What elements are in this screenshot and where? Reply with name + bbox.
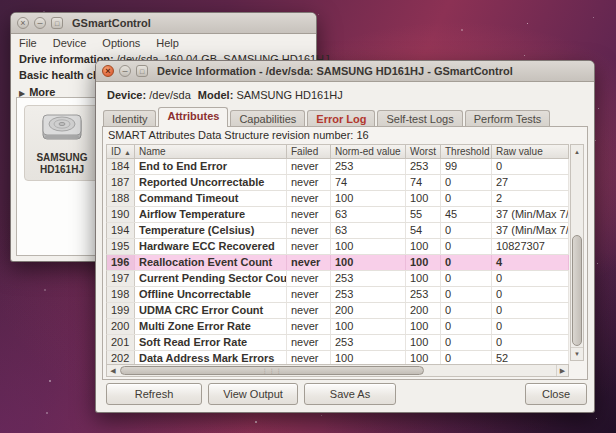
menu-item[interactable]: Device bbox=[53, 37, 87, 49]
refresh-button[interactable]: Refresh bbox=[106, 383, 202, 405]
star-dot bbox=[321, 415, 322, 416]
horizontal-scrollbar[interactable]: ◀ ⋮⋮⋮ ▶ bbox=[106, 364, 569, 377]
maximize-icon[interactable]: □ bbox=[136, 65, 148, 77]
table-row[interactable]: 195 Hardware ECC Recovered never 100 100… bbox=[106, 239, 569, 255]
dialog-titlebar[interactable]: × – □ Device Information - /dev/sda: SAM… bbox=[96, 61, 594, 82]
cell-id: 196 bbox=[107, 255, 135, 270]
view-output-button[interactable]: View Output bbox=[208, 383, 298, 405]
tab[interactable]: Error Log bbox=[307, 110, 375, 127]
scroll-right-icon[interactable]: ▶ bbox=[556, 365, 568, 376]
cell-failed: never bbox=[287, 175, 331, 190]
dialog-title: Device Information - /dev/sda: SAMSUNG H… bbox=[157, 65, 513, 77]
star-dot bbox=[593, 17, 594, 18]
maximize-icon[interactable]: □ bbox=[51, 17, 63, 29]
cell-name: Reallocation Event Count bbox=[135, 255, 287, 270]
cell-normed-value: 74 bbox=[331, 175, 406, 190]
cell-threshold: 0 bbox=[441, 255, 492, 270]
cell-failed: never bbox=[287, 319, 331, 334]
table-row[interactable]: 190 Airflow Temperature never 63 55 45 3… bbox=[106, 207, 569, 223]
model-label: Model: bbox=[198, 89, 233, 101]
table-row[interactable]: 196 Reallocation Event Count never 100 1… bbox=[106, 255, 569, 271]
cell-threshold: 0 bbox=[441, 319, 492, 334]
column-header-id[interactable]: ID▲ bbox=[107, 145, 135, 158]
horizontal-scrollbar-thumb[interactable]: ⋮⋮⋮ bbox=[120, 366, 424, 375]
basic-health-label: Basic health che bbox=[19, 69, 106, 81]
table-row[interactable]: 199 UDMA CRC Error Count never 200 200 0… bbox=[106, 303, 569, 319]
cell-raw-value: 0 bbox=[492, 303, 569, 318]
cell-name: End to End Error bbox=[135, 159, 287, 174]
tab[interactable]: Perform Tests bbox=[465, 110, 551, 127]
cell-id: 199 bbox=[107, 303, 135, 318]
cell-threshold: 0 bbox=[441, 287, 492, 302]
column-header-failed[interactable]: Failed bbox=[287, 145, 331, 158]
cell-worst: 253 bbox=[406, 159, 441, 174]
main-menubar: FileDeviceOptionsHelp bbox=[11, 34, 316, 51]
save-as-button[interactable]: Save As bbox=[304, 383, 396, 405]
column-header-worst[interactable]: Worst bbox=[406, 145, 441, 158]
vertical-scrollbar-thumb[interactable] bbox=[572, 235, 582, 346]
cell-normed-value: 100 bbox=[331, 255, 406, 270]
star-dot bbox=[44, 289, 46, 291]
table-row[interactable]: 188 Command Timeout never 100 100 0 2 bbox=[106, 191, 569, 207]
column-header-threshold[interactable]: Threshold bbox=[441, 145, 492, 158]
table-row[interactable]: 201 Soft Read Error Rate never 253 100 0… bbox=[106, 335, 569, 351]
cell-id: 198 bbox=[107, 287, 135, 302]
table-header-row: ID▲ Name Failed Norm-ed value Worst Thre… bbox=[106, 144, 569, 159]
column-header-normed-value[interactable]: Norm-ed value bbox=[331, 145, 406, 158]
table-row[interactable]: 184 End to End Error never 253 253 99 0 bbox=[106, 159, 569, 175]
cell-name: UDMA CRC Error Count bbox=[135, 303, 287, 318]
minimize-icon[interactable]: – bbox=[34, 17, 46, 29]
star-dot bbox=[318, 14, 319, 15]
cell-name: Offline Uncorrectable bbox=[135, 287, 287, 302]
main-window-titlebar[interactable]: × – □ GSmartControl bbox=[11, 13, 316, 34]
table-row[interactable]: 198 Offline Uncorrectable never 253 253 … bbox=[106, 287, 569, 303]
star-dot bbox=[46, 412, 48, 414]
scroll-down-icon[interactable]: ▼ bbox=[571, 347, 583, 360]
cell-name: Hardware ECC Recovered bbox=[135, 239, 287, 254]
cell-normed-value: 253 bbox=[331, 287, 406, 302]
cell-worst: 55 bbox=[406, 207, 441, 222]
smart-attributes-table: ID▲ Name Failed Norm-ed value Worst Thre… bbox=[106, 144, 584, 377]
cell-raw-value: 0 bbox=[492, 319, 569, 334]
cell-id: 195 bbox=[107, 239, 135, 254]
column-header-raw-value[interactable]: Raw value bbox=[492, 145, 569, 158]
cell-normed-value: 100 bbox=[331, 239, 406, 254]
cell-worst: 200 bbox=[406, 303, 441, 318]
tab[interactable]: Capabilities bbox=[230, 110, 305, 127]
menu-item[interactable]: File bbox=[19, 37, 37, 49]
table-row[interactable]: 200 Multi Zone Error Rate never 100 100 … bbox=[106, 319, 569, 335]
cell-raw-value: 0 bbox=[492, 271, 569, 286]
cell-id: 200 bbox=[107, 319, 135, 334]
cell-raw-value: 10827307 bbox=[492, 239, 569, 254]
minimize-icon[interactable]: – bbox=[119, 65, 131, 77]
cell-worst: 100 bbox=[406, 335, 441, 350]
cell-failed: never bbox=[287, 207, 331, 222]
cell-id: 184 bbox=[107, 159, 135, 174]
drive-item-samsung-hd161hj[interactable]: SAMSUNG HD161HJ bbox=[24, 105, 100, 181]
column-header-name[interactable]: Name bbox=[135, 145, 287, 158]
scroll-left-icon[interactable]: ◀ bbox=[107, 365, 119, 376]
tab[interactable]: Self-test Logs bbox=[377, 110, 462, 127]
vertical-scrollbar[interactable]: ▲ ▼ bbox=[570, 144, 584, 361]
close-button[interactable]: Close bbox=[525, 383, 587, 405]
cell-normed-value: 100 bbox=[331, 319, 406, 334]
cell-id: 194 bbox=[107, 223, 135, 238]
cell-worst: 100 bbox=[406, 319, 441, 334]
cell-id: 197 bbox=[107, 271, 135, 286]
table-row[interactable]: 197 Current Pending Sector Count never 2… bbox=[106, 271, 569, 287]
menu-item[interactable]: Options bbox=[102, 37, 140, 49]
tab[interactable]: Attributes bbox=[158, 107, 228, 127]
star-dot bbox=[524, 55, 525, 56]
scroll-up-icon[interactable]: ▲ bbox=[571, 145, 583, 158]
star-dot bbox=[598, 108, 599, 109]
close-icon[interactable]: × bbox=[102, 65, 114, 77]
table-row[interactable]: 194 Temperature (Celsius) never 63 54 0 … bbox=[106, 223, 569, 239]
table-row[interactable]: 187 Reported Uncorrectable never 74 74 0… bbox=[106, 175, 569, 191]
dialog-tabbar: IdentityAttributesCapabilitiesError LogS… bbox=[103, 106, 552, 127]
menu-item[interactable]: Help bbox=[156, 37, 179, 49]
tab[interactable]: Identity bbox=[103, 110, 156, 127]
cell-worst: 253 bbox=[406, 287, 441, 302]
cell-threshold: 0 bbox=[441, 175, 492, 190]
device-label: Device: bbox=[107, 89, 146, 101]
close-icon[interactable]: × bbox=[17, 17, 29, 29]
